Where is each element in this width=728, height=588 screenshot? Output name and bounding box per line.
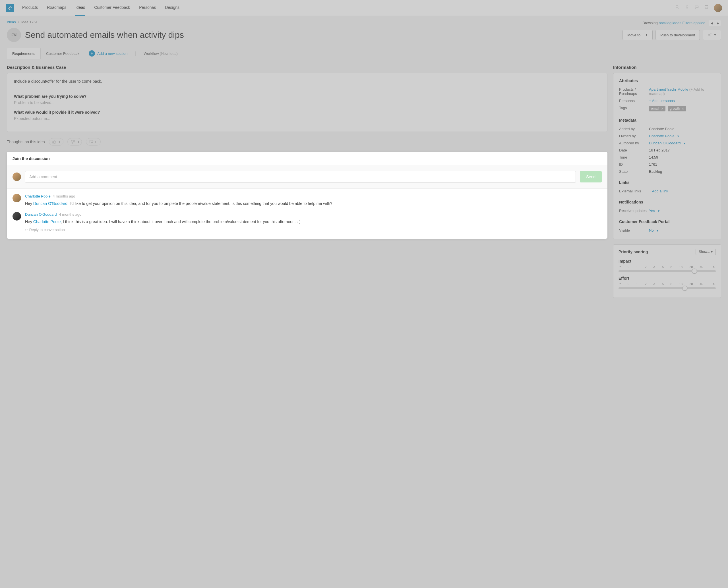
time-value: 14:59 (649, 155, 715, 160)
visible-label: Visible (619, 228, 649, 232)
time-label: Time (619, 155, 649, 160)
comment-icon (89, 140, 94, 144)
authored-by-dropdown[interactable]: Duncan O'Goddard (649, 141, 681, 145)
comment-time: 4 months ago (53, 194, 75, 198)
products-label: Products / Roadmaps (619, 87, 649, 96)
comment-input[interactable] (25, 171, 576, 183)
effort-ticks: ?012358132040100 (619, 282, 716, 286)
tag-chip[interactable]: growth✕ (668, 106, 686, 111)
nav-roadmaps[interactable]: Roadmaps (47, 0, 66, 16)
svg-line-9 (709, 35, 710, 36)
nav-ideas[interactable]: Ideas (75, 0, 85, 16)
breadcrumb-current: Idea 1761 (21, 20, 38, 24)
impact-ticks: ?012358132040100 (619, 265, 716, 269)
comment-item: Duncan O'Goddard 4 months ago Hey Charlo… (7, 207, 607, 232)
reply-button[interactable]: ↩ Reply to conversation (25, 228, 602, 232)
pager-next[interactable]: ▶ (715, 20, 721, 26)
thumbs-down-icon (70, 140, 75, 144)
push-dev-button[interactable]: Push to development (655, 30, 700, 40)
state-label: State (619, 169, 649, 174)
state-value: Backlog (649, 169, 715, 174)
receive-updates-dropdown[interactable]: Yes (649, 209, 655, 213)
tag-chip[interactable]: email✕ (649, 106, 665, 111)
mention-link[interactable]: Charlotte Poole (33, 219, 61, 224)
browsing-link[interactable]: backlog ideas (659, 21, 681, 25)
tab-requirements[interactable]: Requirements (7, 48, 41, 59)
chevron-down-icon: ▼ (683, 142, 686, 145)
effort-slider[interactable] (619, 287, 716, 289)
added-by-label: Added by (619, 127, 649, 131)
breadcrumb-root[interactable]: Ideas (7, 20, 16, 24)
links-heading: Links (619, 180, 715, 185)
svg-point-5 (708, 35, 709, 36)
tab-customer-feedback[interactable]: Customer Feedback (41, 48, 85, 59)
page-title: Send automated emails when activity dips (25, 30, 619, 40)
impact-thumb[interactable] (692, 269, 697, 274)
description-card: Include a discount/offer for the user to… (7, 73, 607, 132)
impact-label: Impact (619, 259, 716, 264)
information-heading: Information (613, 65, 721, 70)
show-dropdown[interactable]: Show... ▾ (695, 249, 716, 255)
attributes-heading: Attributes (619, 79, 715, 83)
add-section-button[interactable]: + Add a new section (89, 50, 127, 57)
nav-products[interactable]: Products (22, 0, 38, 16)
thoughts-label: Thoughts on this idea (7, 140, 45, 144)
nav-personas[interactable]: Personas (139, 0, 156, 16)
tags-label: Tags (619, 106, 649, 111)
filters-applied-link[interactable]: Filters applied (682, 21, 705, 25)
add-link-button[interactable]: + Add a link (649, 189, 668, 193)
discussion-heading: Join the discussion (7, 156, 607, 165)
app-logo[interactable] (6, 4, 14, 12)
comment-author[interactable]: Duncan O'Goddard (25, 212, 57, 216)
svg-point-2 (686, 6, 688, 8)
comment-time: 4 months ago (59, 212, 82, 216)
comments-count[interactable]: 0 (86, 138, 100, 146)
external-links-label: External links (619, 189, 649, 193)
value-placeholder[interactable]: Expected outcome... (14, 116, 600, 121)
visible-dropdown[interactable]: No (649, 228, 654, 232)
pager-prev[interactable]: ◀ (709, 20, 715, 26)
mention-link[interactable]: Duncan O'Goddard (33, 201, 67, 206)
nav-items: Products Roadmaps Ideas Customer Feedbac… (22, 0, 675, 16)
date-value: 16 Feb 2017 (649, 148, 715, 152)
inbox-icon[interactable] (704, 5, 709, 11)
user-avatar[interactable] (714, 4, 722, 12)
chevron-down-icon: ▼ (677, 135, 680, 138)
upvote-button[interactable]: 1 (49, 138, 63, 146)
notifications-heading: Notifications (619, 200, 715, 204)
lightbulb-icon[interactable] (685, 5, 689, 11)
add-personas-link[interactable]: + Add personas (649, 99, 675, 103)
nav-feedback[interactable]: Customer Feedback (94, 0, 130, 16)
top-nav: Products Roadmaps Ideas Customer Feedbac… (0, 0, 728, 16)
share-icon (708, 33, 712, 37)
current-user-avatar (13, 172, 21, 181)
comment-author[interactable]: Charlotte Poole (25, 194, 50, 198)
priority-card: Priority scoring Show... ▾ Impact ?01235… (613, 245, 721, 298)
description-heading: Description & Business Case (7, 65, 607, 70)
chat-icon[interactable] (694, 5, 699, 11)
description-body[interactable]: Include a discount/offer for the user to… (14, 79, 600, 89)
problem-question: What problem are you trying to solve? (14, 94, 600, 99)
problem-placeholder[interactable]: Problem to be solved... (14, 100, 600, 105)
comment-text: Hey Charlotte Poole, I think this is a g… (25, 219, 602, 225)
product-link[interactable]: ApartmentTrackr Mobile (649, 87, 688, 91)
browsing-status: Browsing backlog ideas Filters applied ◀… (642, 20, 721, 26)
remove-tag-icon[interactable]: ✕ (661, 107, 664, 110)
search-icon[interactable] (675, 5, 680, 11)
chevron-down-icon: ▼ (645, 34, 648, 36)
effort-label: Effort (619, 276, 716, 280)
nav-designs[interactable]: Designs (165, 0, 179, 16)
share-button[interactable]: ▼ (703, 30, 721, 40)
effort-thumb[interactable] (682, 286, 687, 291)
impact-slider[interactable] (619, 270, 716, 272)
owned-by-dropdown[interactable]: Charlotte Poole (649, 134, 674, 138)
svg-point-6 (711, 34, 711, 35)
comment-text: Hey Duncan O'Goddard, I'd like to get yo… (25, 201, 602, 207)
workflow-indicator[interactable]: Workflow (New idea) (135, 51, 178, 56)
send-button[interactable]: Send (580, 171, 602, 183)
comment-avatar (13, 212, 21, 220)
svg-point-0 (676, 6, 678, 8)
remove-tag-icon[interactable]: ✕ (682, 107, 684, 110)
downvote-button[interactable]: 0 (67, 138, 82, 146)
move-to-button[interactable]: Move to...▼ (623, 30, 653, 40)
